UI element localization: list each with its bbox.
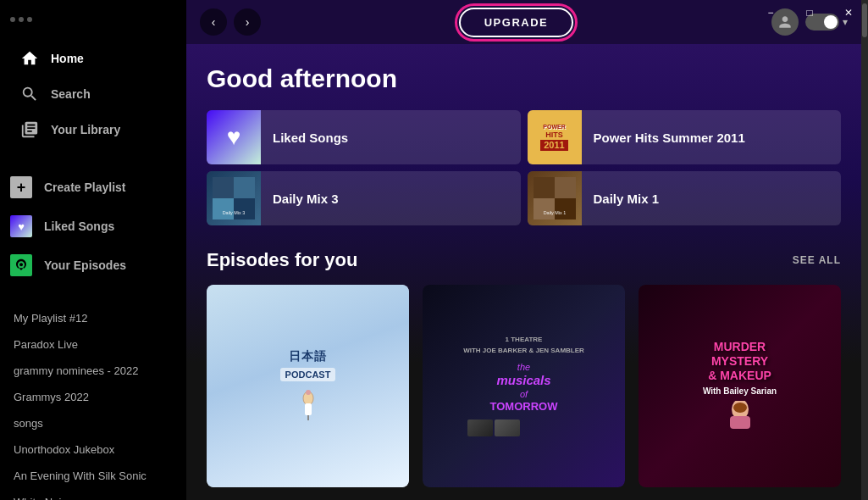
- quick-grid: ♥ Liked Songs POWER HITS 2011 Power Hits…: [207, 110, 841, 225]
- episode-card-1[interactable]: 日本語 PODCAST: [207, 285, 409, 487]
- action-label: Your Episodes: [44, 258, 126, 272]
- sidebar-item-your-episodes[interactable]: Your Episodes: [0, 246, 186, 285]
- see-all-button[interactable]: SEE ALL: [793, 254, 841, 266]
- svg-rect-14: [305, 403, 312, 415]
- list-item[interactable]: grammy nominees - 2022: [0, 358, 186, 384]
- quick-item-label: Power Hits Summer 2011: [582, 131, 757, 145]
- svg-rect-4: [213, 198, 234, 219]
- quick-item-daily-mix-1[interactable]: Daily Mix 1 Daily Mix 1: [528, 171, 842, 225]
- sidebar-item-search[interactable]: Search: [10, 76, 176, 112]
- nav-label: Home: [51, 52, 84, 65]
- power-hits-thumb: POWER HITS 2011: [528, 110, 582, 164]
- svg-rect-9: [555, 177, 576, 198]
- svg-rect-11: [555, 198, 576, 219]
- nav-arrows: ‹ ›: [200, 8, 261, 36]
- menu-dot: [27, 17, 32, 22]
- playlist-list: My Playlist #12 Paradox Live grammy nomi…: [0, 298, 186, 500]
- greeting: Good afternoon: [207, 64, 841, 93]
- svg-rect-10: [534, 198, 555, 219]
- quick-item-label: Daily Mix 1: [582, 192, 672, 206]
- episode-card-3[interactable]: MURDERMYSTERY& MAKEUP With Bailey Sarian: [639, 285, 841, 487]
- podcast-icon: [10, 254, 32, 276]
- episodes-title: Episodes for you: [207, 249, 357, 271]
- list-item[interactable]: songs: [0, 410, 186, 436]
- title-bar: − □ ✕: [751, 0, 868, 25]
- nav-label: Your Library: [51, 123, 120, 136]
- sidebar-item-create-playlist[interactable]: + Create Playlist: [0, 168, 186, 207]
- svg-point-16: [306, 390, 311, 395]
- episode-thumb-1: 日本語 PODCAST: [207, 285, 409, 487]
- quick-item-daily-mix-3[interactable]: Daily Mix 3 Daily Mix 3: [207, 171, 521, 225]
- content-area: Good afternoon ♥ Liked Songs POWER HITS …: [186, 44, 861, 500]
- svg-text:Daily Mix 3: Daily Mix 3: [223, 210, 246, 215]
- nav-label: Search: [51, 87, 91, 101]
- library-icon: [20, 120, 39, 139]
- main-content: ‹ › UPGRADE ▾ Good afternoon: [186, 0, 861, 500]
- list-item[interactable]: Paradox Live: [0, 331, 186, 358]
- episode-cover-3: MURDERMYSTERY& MAKEUP With Bailey Sarian: [639, 285, 841, 487]
- svg-rect-5: [234, 198, 255, 219]
- episode-cover-1: 日本語 PODCAST: [207, 285, 409, 487]
- sidebar-item-home[interactable]: Home: [10, 41, 176, 76]
- list-item[interactable]: Unorthodox Jukebox: [0, 436, 186, 463]
- window-menu[interactable]: [10, 14, 176, 25]
- maximize-button[interactable]: □: [790, 0, 829, 25]
- add-icon: +: [10, 176, 32, 198]
- power-hits-cover: POWER HITS 2011: [528, 110, 582, 164]
- sidebar-item-library[interactable]: Your Library: [10, 112, 176, 147]
- quick-item-power-hits[interactable]: POWER HITS 2011 Power Hits Summer 2011: [528, 110, 842, 164]
- episode-thumb-3: MURDERMYSTERY& MAKEUP With Bailey Sarian: [639, 285, 841, 487]
- svg-point-19: [733, 403, 747, 413]
- episodes-grid: 日本語 PODCAST: [207, 285, 841, 487]
- list-item[interactable]: Grammys 2022: [0, 384, 186, 410]
- episode-thumb-2: 1 THEATRE WITH JOE BARKER & JEN SAMBLER …: [423, 285, 625, 487]
- list-item[interactable]: White Noise: [0, 489, 186, 500]
- app-container: Home Search Your Library + Create Playli…: [0, 0, 868, 500]
- daily-mix-1-thumb: Daily Mix 1: [528, 171, 582, 225]
- svg-point-0: [19, 263, 23, 266]
- daily-mix-1-cover: Daily Mix 1: [528, 171, 582, 225]
- action-label: Liked Songs: [44, 219, 114, 233]
- quick-item-label: Liked Songs: [261, 131, 360, 145]
- list-item[interactable]: An Evening With Silk Sonic: [0, 463, 186, 489]
- svg-rect-2: [213, 177, 234, 198]
- svg-rect-18: [730, 416, 750, 429]
- close-button[interactable]: ✕: [829, 0, 868, 25]
- sidebar-item-liked-songs[interactable]: ♥ Liked Songs: [0, 207, 186, 246]
- liked-songs-thumb: ♥: [207, 110, 261, 164]
- episodes-section-header: Episodes for you SEE ALL: [207, 249, 841, 271]
- daily-mix-3-cover: Daily Mix 3: [207, 171, 261, 225]
- back-button[interactable]: ‹: [200, 8, 227, 36]
- forward-button[interactable]: ›: [234, 8, 261, 36]
- menu-dot: [10, 17, 15, 22]
- heart-icon: ♥: [10, 215, 32, 237]
- menu-dot: [19, 17, 24, 22]
- scrollbar-right[interactable]: [861, 0, 868, 500]
- upgrade-button[interactable]: UPGRADE: [459, 8, 574, 37]
- list-item[interactable]: My Playlist #12: [0, 305, 186, 331]
- daily-mix-3-thumb: Daily Mix 3: [207, 171, 261, 225]
- sidebar: Home Search Your Library + Create Playli…: [0, 0, 186, 500]
- episode-cover-2: 1 THEATRE WITH JOE BARKER & JEN SAMBLER …: [423, 285, 625, 487]
- svg-rect-8: [534, 177, 555, 198]
- quick-item-label: Daily Mix 3: [261, 192, 351, 206]
- episode-card-2[interactable]: 1 THEATRE WITH JOE BARKER & JEN SAMBLER …: [423, 285, 625, 487]
- search-icon: [20, 85, 39, 103]
- svg-text:Daily Mix 1: Daily Mix 1: [543, 210, 566, 215]
- svg-rect-3: [234, 177, 255, 198]
- minimize-button[interactable]: −: [751, 0, 790, 25]
- quick-item-liked-songs[interactable]: ♥ Liked Songs: [207, 110, 521, 164]
- action-label: Create Playlist: [44, 181, 126, 194]
- home-icon: [20, 49, 39, 68]
